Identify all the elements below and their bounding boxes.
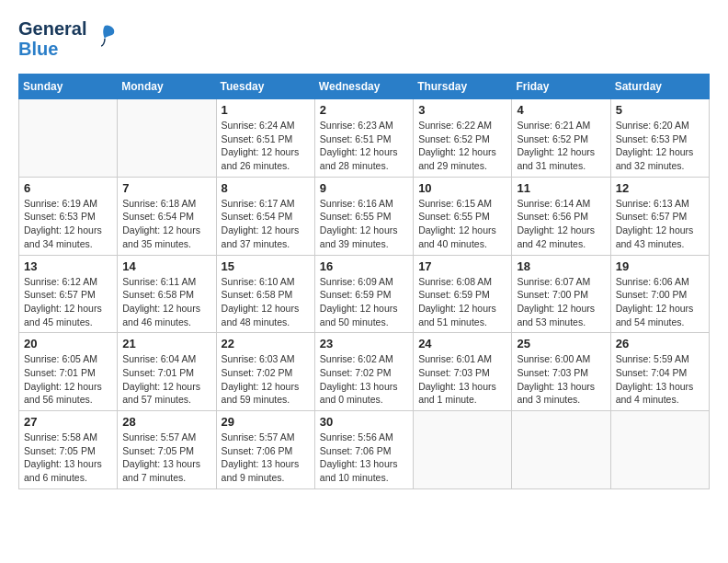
calendar-cell: 12Sunrise: 6:13 AM Sunset: 6:57 PM Dayli…: [610, 177, 709, 255]
calendar-week-5: 27Sunrise: 5:58 AM Sunset: 7:05 PM Dayli…: [19, 411, 710, 489]
day-number: 23: [320, 337, 408, 350]
calendar-cell: 25Sunrise: 6:00 AM Sunset: 7:03 PM Dayli…: [512, 333, 610, 411]
day-info: Sunrise: 6:21 AM Sunset: 6:52 PM Dayligh…: [517, 119, 605, 173]
calendar-cell: 15Sunrise: 6:10 AM Sunset: 6:58 PM Dayli…: [216, 255, 314, 333]
day-info: Sunrise: 6:24 AM Sunset: 6:51 PM Dayligh…: [222, 119, 310, 173]
day-number: 21: [122, 337, 210, 350]
day-number: 2: [320, 103, 408, 117]
calendar-week-1: 1Sunrise: 6:24 AM Sunset: 6:51 PM Daylig…: [19, 99, 710, 178]
day-info: Sunrise: 6:13 AM Sunset: 6:57 PM Dayligh…: [616, 197, 704, 251]
day-info: Sunrise: 5:56 AM Sunset: 7:06 PM Dayligh…: [320, 431, 408, 485]
calendar-cell: 3Sunrise: 6:22 AM Sunset: 6:52 PM Daylig…: [414, 99, 512, 178]
day-info: Sunrise: 6:02 AM Sunset: 7:02 PM Dayligh…: [320, 352, 408, 407]
weekday-header-friday: Friday: [512, 75, 610, 99]
day-number: 1: [222, 103, 310, 117]
day-number: 7: [122, 181, 210, 195]
calendar-cell: 23Sunrise: 6:02 AM Sunset: 7:02 PM Dayli…: [314, 333, 413, 411]
day-number: 10: [418, 181, 506, 195]
logo-blue: Blue: [18, 39, 86, 59]
logo: General Blue: [18, 18, 118, 59]
day-info: Sunrise: 6:20 AM Sunset: 6:53 PM Dayligh…: [616, 119, 704, 173]
day-info: Sunrise: 6:12 AM Sunset: 6:57 PM Dayligh…: [24, 275, 112, 329]
day-info: Sunrise: 6:19 AM Sunset: 6:53 PM Dayligh…: [24, 197, 112, 251]
day-number: 25: [517, 337, 605, 350]
weekday-header-row: SundayMondayTuesdayWednesdayThursdayFrid…: [19, 75, 710, 99]
calendar-cell: 6Sunrise: 6:19 AM Sunset: 6:53 PM Daylig…: [19, 177, 118, 255]
calendar-cell: 24Sunrise: 6:01 AM Sunset: 7:03 PM Dayli…: [414, 333, 512, 411]
calendar-cell: [19, 99, 118, 178]
logo-bird-icon: [92, 22, 118, 52]
calendar-cell: 20Sunrise: 6:05 AM Sunset: 7:01 PM Dayli…: [19, 333, 118, 411]
day-info: Sunrise: 6:14 AM Sunset: 6:56 PM Dayligh…: [517, 197, 605, 251]
calendar-cell: 29Sunrise: 5:57 AM Sunset: 7:06 PM Dayli…: [216, 411, 314, 489]
day-number: 30: [320, 415, 408, 429]
day-number: 26: [616, 337, 704, 350]
day-number: 19: [616, 259, 704, 273]
day-info: Sunrise: 6:03 AM Sunset: 7:02 PM Dayligh…: [222, 352, 310, 407]
day-number: 9: [320, 181, 408, 195]
calendar-cell: 19Sunrise: 6:06 AM Sunset: 7:00 PM Dayli…: [610, 255, 709, 333]
calendar-cell: 10Sunrise: 6:15 AM Sunset: 6:55 PM Dayli…: [414, 177, 512, 255]
day-info: Sunrise: 5:57 AM Sunset: 7:05 PM Dayligh…: [122, 431, 210, 485]
day-number: 5: [616, 103, 704, 117]
day-info: Sunrise: 6:11 AM Sunset: 6:58 PM Dayligh…: [122, 275, 210, 329]
calendar-week-4: 20Sunrise: 6:05 AM Sunset: 7:01 PM Dayli…: [19, 333, 710, 411]
calendar-cell: [610, 411, 709, 489]
calendar-cell: 14Sunrise: 6:11 AM Sunset: 6:58 PM Dayli…: [118, 255, 216, 333]
day-info: Sunrise: 6:04 AM Sunset: 7:01 PM Dayligh…: [122, 352, 210, 407]
day-info: Sunrise: 6:01 AM Sunset: 7:03 PM Dayligh…: [418, 352, 506, 407]
day-number: 16: [320, 259, 408, 273]
calendar-cell: 18Sunrise: 6:07 AM Sunset: 7:00 PM Dayli…: [512, 255, 610, 333]
calendar-cell: 30Sunrise: 5:56 AM Sunset: 7:06 PM Dayli…: [314, 411, 413, 489]
calendar-cell: [118, 99, 216, 178]
day-number: 3: [418, 103, 506, 117]
calendar-cell: 28Sunrise: 5:57 AM Sunset: 7:05 PM Dayli…: [118, 411, 216, 489]
calendar-cell: 1Sunrise: 6:24 AM Sunset: 6:51 PM Daylig…: [216, 99, 314, 178]
day-info: Sunrise: 6:09 AM Sunset: 6:59 PM Dayligh…: [320, 275, 408, 329]
day-info: Sunrise: 6:22 AM Sunset: 6:52 PM Dayligh…: [418, 119, 506, 173]
day-info: Sunrise: 6:00 AM Sunset: 7:03 PM Dayligh…: [517, 352, 605, 407]
day-info: Sunrise: 6:15 AM Sunset: 6:55 PM Dayligh…: [418, 197, 506, 251]
day-number: 28: [122, 415, 210, 429]
calendar-cell: 16Sunrise: 6:09 AM Sunset: 6:59 PM Dayli…: [314, 255, 413, 333]
day-info: Sunrise: 6:23 AM Sunset: 6:51 PM Dayligh…: [320, 119, 408, 173]
day-info: Sunrise: 5:58 AM Sunset: 7:05 PM Dayligh…: [24, 431, 112, 485]
calendar-cell: 26Sunrise: 5:59 AM Sunset: 7:04 PM Dayli…: [610, 333, 709, 411]
weekday-header-wednesday: Wednesday: [314, 75, 413, 99]
calendar-cell: 21Sunrise: 6:04 AM Sunset: 7:01 PM Dayli…: [118, 333, 216, 411]
calendar-cell: 13Sunrise: 6:12 AM Sunset: 6:57 PM Dayli…: [19, 255, 118, 333]
day-info: Sunrise: 6:07 AM Sunset: 7:00 PM Dayligh…: [517, 275, 605, 329]
weekday-header-monday: Monday: [118, 75, 216, 99]
day-number: 20: [24, 337, 112, 350]
day-number: 12: [616, 181, 704, 195]
calendar-cell: 4Sunrise: 6:21 AM Sunset: 6:52 PM Daylig…: [512, 99, 610, 178]
calendar-cell: [414, 411, 512, 489]
day-number: 4: [517, 103, 605, 117]
day-number: 13: [24, 259, 112, 273]
day-info: Sunrise: 6:08 AM Sunset: 6:59 PM Dayligh…: [418, 275, 506, 329]
day-number: 8: [222, 181, 310, 195]
calendar-cell: 27Sunrise: 5:58 AM Sunset: 7:05 PM Dayli…: [19, 411, 118, 489]
day-number: 24: [418, 337, 506, 350]
weekday-header-tuesday: Tuesday: [216, 75, 314, 99]
calendar-week-3: 13Sunrise: 6:12 AM Sunset: 6:57 PM Dayli…: [19, 255, 710, 333]
calendar-cell: 22Sunrise: 6:03 AM Sunset: 7:02 PM Dayli…: [216, 333, 314, 411]
calendar-cell: 17Sunrise: 6:08 AM Sunset: 6:59 PM Dayli…: [414, 255, 512, 333]
day-info: Sunrise: 6:06 AM Sunset: 7:00 PM Dayligh…: [616, 275, 704, 329]
day-info: Sunrise: 5:59 AM Sunset: 7:04 PM Dayligh…: [616, 352, 704, 407]
calendar-cell: 9Sunrise: 6:16 AM Sunset: 6:55 PM Daylig…: [314, 177, 413, 255]
day-number: 29: [222, 415, 310, 429]
day-number: 27: [24, 415, 112, 429]
day-number: 11: [517, 181, 605, 195]
calendar-week-2: 6Sunrise: 6:19 AM Sunset: 6:53 PM Daylig…: [19, 177, 710, 255]
day-number: 22: [222, 337, 310, 350]
day-number: 15: [222, 259, 310, 273]
day-number: 14: [122, 259, 210, 273]
day-info: Sunrise: 6:10 AM Sunset: 6:58 PM Dayligh…: [222, 275, 310, 329]
day-info: Sunrise: 6:18 AM Sunset: 6:54 PM Dayligh…: [122, 197, 210, 251]
calendar-cell: 7Sunrise: 6:18 AM Sunset: 6:54 PM Daylig…: [118, 177, 216, 255]
calendar-body: 1Sunrise: 6:24 AM Sunset: 6:51 PM Daylig…: [19, 99, 710, 489]
page-header: General Blue: [18, 18, 710, 59]
day-info: Sunrise: 6:17 AM Sunset: 6:54 PM Dayligh…: [222, 197, 310, 251]
weekday-header-saturday: Saturday: [610, 75, 709, 99]
